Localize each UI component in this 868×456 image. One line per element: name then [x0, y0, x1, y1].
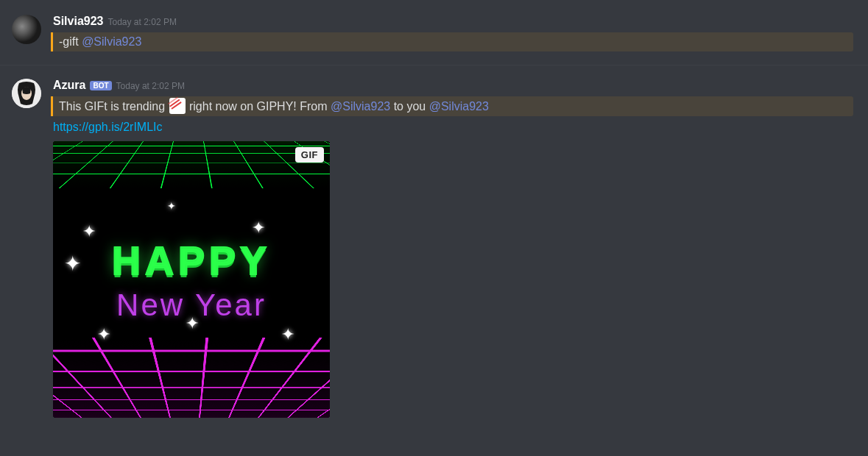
gif-link[interactable]: https://gph.is/2rIMLIc	[53, 119, 163, 135]
bot-tag: BOT	[90, 81, 111, 90]
avatar[interactable]	[12, 15, 41, 44]
mention[interactable]: @Silvia923	[331, 100, 390, 113]
gif-badge: GIF	[295, 147, 324, 163]
message-content: -gift @Silvia923	[51, 32, 853, 51]
message-header: Silvia923 Today at 2:02 PM	[53, 15, 853, 31]
timestamp: Today at 2:02 PM	[116, 81, 185, 91]
content-text: This GIFt is trending	[59, 100, 169, 113]
mention[interactable]: @Silvia923	[429, 100, 489, 113]
username[interactable]: Azura	[53, 79, 85, 92]
message-content: This GIFt is trending right now on GIPHY…	[51, 96, 853, 116]
divider	[0, 65, 868, 65]
message: Azura BOT Today at 2:02 PM This GIFt is …	[0, 70, 868, 424]
mention[interactable]: @Silvia923	[82, 35, 141, 48]
timestamp: Today at 2:02 PM	[108, 17, 177, 27]
command-text: -gift	[59, 35, 82, 48]
content-text: right now on GIPHY! From	[186, 100, 331, 113]
gif-embed[interactable]: GIF ✦ ✦ ✦ ✦ ✦ ✦ ✦ HAPPY New Year	[53, 141, 330, 418]
gif-image: ✦ ✦ ✦ ✦ ✦ ✦ ✦ HAPPY New Year	[53, 141, 330, 418]
content-text: to you	[390, 100, 428, 113]
username[interactable]: Silvia923	[53, 15, 104, 28]
message-header: Azura BOT Today at 2:02 PM	[53, 79, 853, 95]
chart-increasing-icon	[169, 98, 186, 114]
avatar[interactable]	[12, 79, 41, 108]
message: Silvia923 Today at 2:02 PM -gift @Silvia…	[0, 9, 868, 57]
message-list: Silvia923 Today at 2:02 PM -gift @Silvia…	[0, 0, 868, 424]
